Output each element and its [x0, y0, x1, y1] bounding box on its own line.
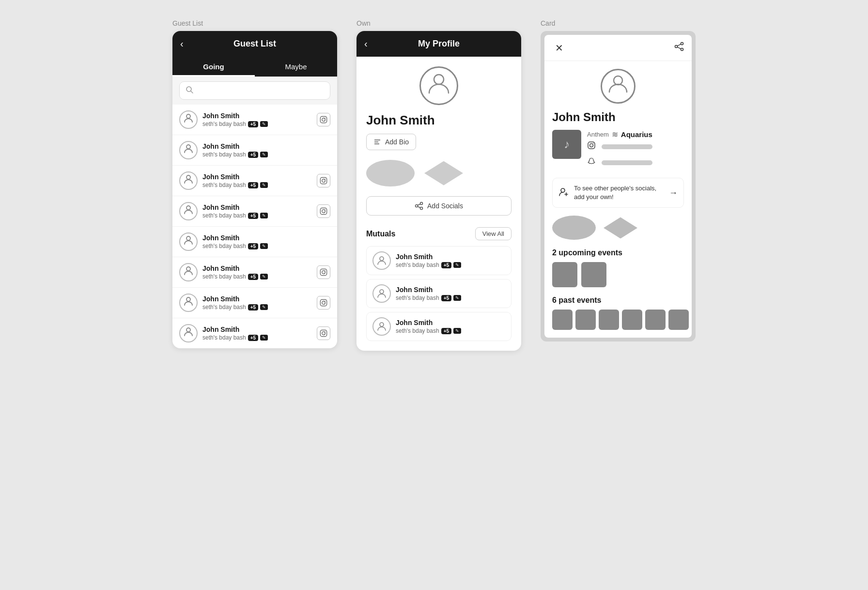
music-icon: ♪ — [564, 138, 570, 151]
svg-point-23 — [325, 301, 326, 301]
svg-point-6 — [186, 145, 190, 149]
add-bio-button[interactable]: Add Bio — [366, 134, 416, 150]
mutuals-label: Mutuals — [366, 230, 395, 238]
guest-name: John Smith — [202, 326, 312, 333]
event-thumbnail[interactable] — [581, 262, 606, 287]
anthem-label: Anthem — [587, 131, 609, 138]
svg-point-42 — [681, 48, 683, 51]
badge-edit: ✎ — [260, 121, 268, 127]
user-icon — [183, 173, 194, 188]
card-avatar — [601, 69, 636, 104]
instagram-icon[interactable] — [317, 296, 330, 310]
svg-line-43 — [677, 44, 681, 46]
svg-rect-25 — [320, 330, 326, 336]
guest-search-area — [172, 77, 337, 105]
guest-list-back-button[interactable]: ‹ — [180, 38, 184, 49]
anthem-section: ♪ Anthem ≋ Aquarius — [552, 130, 684, 171]
user-icon — [183, 112, 194, 127]
svg-point-20 — [186, 297, 190, 301]
anthem-top-row: Anthem ≋ Aquarius — [587, 130, 652, 139]
card-outer: ✕ John Smith — [541, 31, 696, 342]
mutual-name: John Smith — [396, 286, 505, 294]
badge-edit: ✎ — [260, 243, 268, 249]
user-icon — [183, 326, 194, 341]
svg-point-37 — [380, 257, 384, 261]
avatar — [179, 110, 198, 129]
profile-shapes — [366, 160, 512, 186]
mutual-name: John Smith — [396, 319, 505, 326]
badge-edit: ✎ — [260, 335, 268, 341]
avatar — [179, 233, 198, 251]
instagram-icon[interactable] — [317, 265, 330, 279]
guest-name: John Smith — [202, 203, 312, 211]
anthem-thumbnail: ♪ — [552, 130, 581, 159]
svg-rect-46 — [588, 142, 595, 149]
past-events-row — [552, 310, 684, 330]
past-events-label: 6 past events — [552, 296, 684, 305]
guest-name: John Smith — [202, 234, 330, 242]
svg-point-38 — [380, 290, 384, 294]
view-all-button[interactable]: View All — [475, 227, 512, 240]
profile-name: John Smith — [366, 113, 512, 128]
card-close-button[interactable]: ✕ — [552, 42, 566, 54]
svg-rect-21 — [320, 299, 326, 306]
svg-point-28 — [434, 75, 444, 84]
badge-plus: +5 — [248, 274, 258, 280]
card-avatar-wrap — [552, 69, 684, 104]
list-item: John Smith seth's bday bash +5 ✎ — [172, 105, 337, 135]
svg-point-27 — [325, 331, 326, 332]
list-item: John Smith seth's bday bash +5 ✎ — [172, 166, 337, 196]
mutual-info: John Smith seth's bday bash +5 ✎ — [396, 253, 505, 268]
svg-point-39 — [380, 323, 384, 326]
badge-edit: ✎ — [453, 328, 461, 334]
tab-going[interactable]: Going — [172, 57, 255, 77]
profile-avatar — [419, 66, 458, 105]
svg-point-2 — [186, 114, 190, 118]
svg-rect-3 — [320, 116, 326, 123]
past-event-thumbnail[interactable] — [622, 310, 642, 330]
search-icon — [186, 86, 193, 95]
card-column-label: Card — [541, 19, 696, 27]
past-event-thumbnail[interactable] — [575, 310, 596, 330]
avatar — [372, 317, 391, 336]
badge-plus: +5 — [441, 328, 451, 334]
add-socials-prompt[interactable]: To see other people's socials, add your … — [552, 178, 684, 208]
add-socials-button[interactable]: Add Socials — [366, 196, 512, 216]
card-top-bar: ✕ — [544, 35, 692, 61]
guest-search-box[interactable] — [179, 81, 330, 100]
avatar — [372, 251, 391, 270]
guest-sub: seth's bday bash +5 ✎ — [202, 182, 312, 188]
svg-point-48 — [593, 143, 594, 144]
upcoming-events-label: 2 upcoming events — [552, 248, 684, 257]
list-item: John Smith seth's bday bash +5 ✎ — [172, 288, 337, 318]
user-icon — [183, 295, 194, 310]
instagram-icon[interactable] — [317, 326, 330, 340]
past-event-thumbnail[interactable] — [599, 310, 619, 330]
guest-list-rows: John Smith seth's bday bash +5 ✎ — [172, 105, 337, 348]
past-event-thumbnail[interactable] — [645, 310, 666, 330]
card-shape-oval — [552, 216, 596, 240]
user-avatar-icon — [426, 71, 451, 101]
card-share-button[interactable] — [674, 42, 684, 54]
svg-point-33 — [416, 205, 418, 207]
svg-point-7 — [186, 175, 190, 179]
avatar — [179, 324, 198, 342]
instagram-icon[interactable] — [317, 204, 330, 218]
card-column: Card ✕ John S — [541, 19, 696, 342]
mutual-info: John Smith seth's bday bash +5 ✎ — [396, 286, 505, 301]
guest-sub: seth's bday bash +5 ✎ — [202, 243, 330, 249]
profile-back-button[interactable]: ‹ — [364, 38, 368, 49]
instagram-icon[interactable] — [317, 174, 330, 187]
event-thumbnail[interactable] — [552, 262, 577, 287]
guest-info: John Smith seth's bday bash +5 ✎ — [202, 142, 330, 158]
past-event-thumbnail[interactable] — [552, 310, 573, 330]
tab-maybe[interactable]: Maybe — [255, 57, 337, 77]
svg-point-11 — [186, 206, 190, 210]
guest-list-column: Guest List ‹ Guest List Going Maybe — [172, 19, 337, 348]
avatar — [179, 294, 198, 312]
avatar — [179, 263, 198, 281]
guest-name: John Smith — [202, 142, 330, 150]
past-event-thumbnail[interactable] — [668, 310, 689, 330]
instagram-icon[interactable] — [317, 113, 330, 126]
card-body: John Smith ♪ Anthem ≋ Aquarius — [544, 61, 692, 338]
